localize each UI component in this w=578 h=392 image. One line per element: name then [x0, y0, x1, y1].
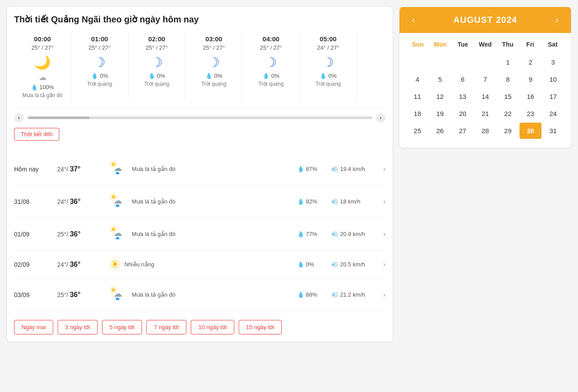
calendar-day[interactable]: 29	[497, 123, 519, 139]
daily-expand-btn[interactable]: ›	[383, 198, 385, 206]
hour-desc: Trời quang	[246, 81, 296, 87]
hour-temp: 25° / 27°	[75, 44, 124, 51]
hour-item: 01:00 25° / 27° ☽ 💧 0% Trời quang	[71, 32, 128, 102]
hourly-section: 00:00 25° / 27° 🌙 ☁ 💧 100% Mưa lá tả gần…	[14, 32, 385, 108]
hour-temp: 25° / 27°	[132, 44, 182, 51]
calendar-day[interactable]: 7	[474, 71, 496, 87]
daily-weather-icon: ☀ ☁ 🌧	[109, 192, 128, 211]
hour-weather-icon: ☽	[189, 54, 239, 70]
calendar-day	[452, 54, 473, 70]
daily-wind: 💨 21.2 km/h	[331, 291, 380, 298]
btn-48h[interactable]: Thời tiết 48h	[14, 128, 59, 141]
calendar-day[interactable]: 4	[407, 71, 428, 87]
calendar-day[interactable]: 15	[497, 88, 519, 105]
calendar-day[interactable]: 8	[497, 71, 519, 87]
wind-icon: 💨	[331, 261, 338, 268]
wind-icon: 💨	[331, 291, 338, 298]
calendar-day[interactable]: 24	[542, 105, 564, 122]
forecast-nav-btn[interactable]: 10 ngày tới	[191, 320, 234, 334]
calendar-next-btn[interactable]: ›	[552, 15, 562, 25]
scroll-track	[27, 116, 372, 119]
calendar-day[interactable]: 18	[407, 105, 428, 122]
hour-desc: Trời quang	[303, 81, 353, 87]
calendar-day[interactable]: 31	[542, 123, 564, 139]
calendar-day[interactable]: 20	[452, 105, 473, 122]
calendar-day[interactable]: 26	[429, 123, 451, 139]
calendar-day[interactable]: 3	[542, 54, 564, 70]
hourly-row: 00:00 25° / 27° 🌙 ☁ 💧 100% Mưa lá tả gần…	[14, 32, 385, 102]
calendar-day[interactable]: 6	[452, 71, 473, 87]
hour-desc: Trời quang	[132, 81, 182, 87]
daily-wind: 💨 20.9 km/h	[331, 231, 380, 237]
hour-item: 00:00 25° / 27° 🌙 ☁ 💧 100% Mưa lá tả gần…	[14, 32, 71, 102]
calendar-weekday-wed: Wed	[474, 38, 496, 51]
calendar-day[interactable]: 27	[452, 123, 473, 139]
calendar-weekday-sat: Sat	[542, 38, 564, 51]
daily-temp: 25°/ 36°	[57, 291, 105, 299]
daily-weather-icon: ☀	[109, 257, 121, 272]
hour-item: 05:00 24° / 27° ☽ 💧 0% Trời quang	[300, 32, 357, 102]
hour-weather-icon: ☽	[303, 54, 353, 70]
daily-date: 02/09	[14, 261, 54, 268]
calendar-day[interactable]: 17	[542, 88, 564, 105]
calendar-day[interactable]: 19	[429, 105, 451, 122]
forecast-nav-btn[interactable]: Ngày mai	[14, 320, 53, 334]
forecast-nav-btn[interactable]: 5 ngày tới	[102, 320, 142, 334]
daily-expand-btn[interactable]: ›	[383, 291, 385, 299]
calendar-panel: ‹ AUGUST 2024 › SunMonTueWedThuFriSat 12…	[400, 7, 571, 148]
daily-desc: Mưa lá tả gần đó	[132, 166, 185, 172]
daily-expand-btn[interactable]: ›	[383, 165, 385, 173]
calendar-title: AUGUST 2024	[453, 15, 517, 25]
wind-icon: 💨	[331, 198, 338, 205]
daily-row: 31/08 24°/ 36° ☀ ☁ 🌧 Mưa lá tả gần đó 💧 …	[14, 185, 385, 218]
calendar-day[interactable]: 9	[520, 71, 541, 87]
calendar-day[interactable]: 12	[429, 88, 451, 105]
calendar-day[interactable]: 13	[452, 88, 473, 105]
calendar-day[interactable]: 23	[520, 105, 541, 122]
daily-expand-btn[interactable]: ›	[383, 230, 385, 238]
hour-weather-icon: 🌙	[18, 54, 67, 70]
calendar-day[interactable]: 16	[520, 88, 541, 105]
hour-temp: 25° / 27°	[246, 44, 296, 51]
calendar-day[interactable]: 11	[407, 88, 428, 105]
calendar-day[interactable]: 25	[407, 123, 428, 139]
calendar-day[interactable]: 10	[542, 71, 564, 87]
daily-temp: 25°/ 36°	[57, 230, 105, 238]
calendar-day[interactable]: 21	[474, 105, 496, 122]
scroll-left-btn[interactable]: ‹	[14, 113, 24, 123]
calendar-day[interactable]: 2	[520, 54, 541, 70]
calendar-weekdays: SunMonTueWedThuFriSat	[407, 38, 564, 51]
hour-desc: Mưa lá tả gần đó	[18, 92, 67, 98]
daily-desc: Mưa lá tả gần đó	[132, 231, 185, 237]
calendar-day	[407, 54, 428, 70]
daily-temp: 24°/ 37°	[57, 165, 105, 173]
hour-time: 04:00	[246, 35, 296, 43]
scroll-right-btn[interactable]: ›	[376, 113, 385, 123]
daily-precip: 💧 0%	[297, 261, 328, 268]
calendar-day[interactable]: 14	[474, 88, 496, 105]
daily-precip: 💧 88%	[297, 291, 328, 298]
daily-icon-desc: ☀ ☁ 🌧 Mưa lá tả gần đó	[109, 159, 294, 179]
hour-time: 03:00	[189, 35, 239, 43]
calendar-day[interactable]: 30	[520, 123, 541, 139]
scroll-bar-area: ‹ ›	[14, 113, 385, 123]
calendar-day[interactable]: 1	[497, 54, 519, 70]
calendar-day[interactable]: 22	[497, 105, 519, 122]
calendar-prev-btn[interactable]: ‹	[408, 15, 418, 25]
daily-precip: 💧 77%	[297, 231, 328, 237]
daily-weather-icon: ☀ ☁ 🌧	[109, 224, 128, 244]
daily-date: Hôm nay	[14, 166, 54, 173]
daily-expand-btn[interactable]: ›	[383, 261, 385, 269]
daily-desc: Mưa lá tả gần đó	[132, 198, 185, 205]
forecast-nav-btn[interactable]: 7 ngày tới	[146, 320, 186, 334]
calendar-weekday-fri: Fri	[519, 38, 542, 51]
forecast-nav-btn[interactable]: 15 ngày tới	[239, 320, 282, 334]
daily-wind: 💨 20.5 km/h	[331, 261, 380, 268]
hour-precip: 💧 0%	[246, 73, 296, 79]
forecast-nav-btn[interactable]: 3 ngày tới	[58, 320, 98, 334]
calendar-day[interactable]: 28	[474, 123, 496, 139]
daily-row: Hôm nay 24°/ 37° ☀ ☁ 🌧 Mưa lá tả gần đó …	[14, 153, 385, 185]
calendar-day[interactable]: 5	[429, 71, 451, 87]
hour-item: 04:00 25° / 27° ☽ 💧 0% Trời quang	[243, 32, 300, 102]
hour-temp: 25° / 27°	[18, 44, 67, 51]
